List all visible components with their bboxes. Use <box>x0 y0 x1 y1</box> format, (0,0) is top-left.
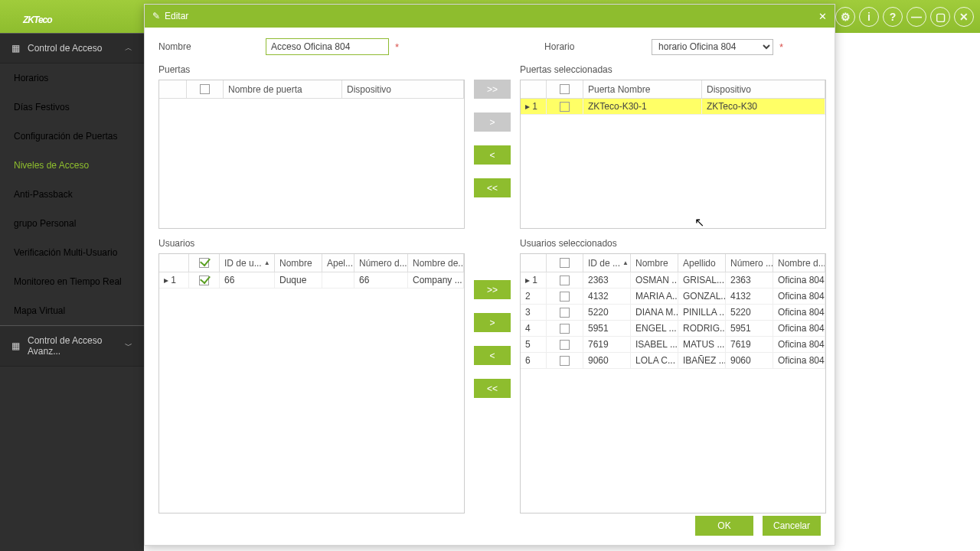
sidebar-item-dias[interactable]: Días Festivos <box>0 93 144 122</box>
checkbox[interactable] <box>200 84 210 94</box>
required-icon: * <box>395 41 399 53</box>
table-row[interactable]: 4 5951 ENGEL ... RODRIG... 5951 Oficina … <box>521 321 825 337</box>
nombre-input[interactable] <box>266 38 389 55</box>
close-app-icon[interactable]: ✕ <box>954 7 974 27</box>
checkbox[interactable] <box>560 276 570 285</box>
usuarios-sel-grid[interactable]: ID de ...▲ Nombre Apellido Número ... No… <box>520 253 826 514</box>
remove-door-button[interactable]: < <box>474 145 511 165</box>
sidebar-item-grupo[interactable]: grupo Personal <box>0 209 144 238</box>
checkbox[interactable] <box>560 324 570 334</box>
puertas-sel-grid[interactable]: Puerta Nombre Dispositivo ▸ 1 ZKTeco-K30… <box>520 80 826 229</box>
chevron-down-icon: ﹀ <box>125 341 132 351</box>
menu-icon: ▦ <box>11 43 20 54</box>
checkbox[interactable] <box>560 102 570 112</box>
sidebar-head-access[interactable]: ▦ Control de Acceso︿ <box>0 33 144 64</box>
puertas-label: Puertas <box>158 64 465 75</box>
info-icon[interactable]: i <box>859 7 879 27</box>
horario-label: Horario <box>544 41 652 52</box>
sidebar-item-horarios[interactable]: Horarios <box>0 64 144 93</box>
remove-all-users-button[interactable]: << <box>474 379 511 398</box>
settings-icon[interactable]: ⚙ <box>835 7 855 27</box>
add-user-button[interactable]: > <box>474 313 511 332</box>
puertas-grid[interactable]: Nombre de puerta Dispositivo <box>158 80 465 229</box>
usuarios-label: Usuarios <box>158 238 465 249</box>
remove-all-doors-button[interactable]: << <box>474 178 511 197</box>
minimize-icon[interactable]: — <box>906 7 926 27</box>
usuarios-grid[interactable]: ID de u...▲ Nombre Apel... Número d... N… <box>158 253 465 514</box>
cancel-button[interactable]: Cancelar <box>763 516 821 536</box>
sidebar-item-monitor[interactable]: Monitoreo en Tiempo Real <box>0 267 144 296</box>
edit-icon: ✎ <box>152 11 160 21</box>
table-row[interactable]: 2 4132 MARIA A... GONZAL... 4132 Oficina… <box>521 289 825 305</box>
checkbox[interactable] <box>560 340 570 350</box>
remove-user-button[interactable]: < <box>474 346 511 365</box>
sidebar-item-verif[interactable]: Verificación Multi-Usuario <box>0 238 144 267</box>
sidebar: ▦ Control de Acceso︿ Horarios Días Festi… <box>0 33 144 551</box>
sidebar-item-config[interactable]: Configuración de Puertas <box>0 122 144 151</box>
table-row[interactable]: 3 5220 DIANA M... PINILLA ... 5220 Ofici… <box>521 305 825 321</box>
checkbox[interactable] <box>560 356 570 366</box>
sidebar-item-mapa[interactable]: Mapa Virtual <box>0 296 144 325</box>
table-row[interactable]: ▸ 1 ZKTeco-K30-1 ZKTeco-K30 <box>521 99 825 115</box>
puertas-sel-label: Puertas seleccionadas <box>520 64 826 75</box>
table-row[interactable]: ▸ 1 2363 OSMAN ... GRISAL... 2363 Oficin… <box>521 272 825 289</box>
brand-logo: ZKTeco <box>23 5 52 28</box>
checkbox[interactable] <box>560 308 570 318</box>
dialog-title: Editar <box>165 11 188 21</box>
close-icon[interactable]: ✕ <box>818 11 827 22</box>
required-icon: * <box>779 41 783 53</box>
sidebar-head-advanced[interactable]: ▦ Control de Acceso Avanz...﹀ <box>0 325 144 367</box>
checkbox[interactable] <box>560 84 570 94</box>
usuarios-sel-label: Usuarios seleccionados <box>520 238 826 249</box>
checkbox[interactable] <box>560 258 570 268</box>
chevron-up-icon: ︿ <box>125 43 132 54</box>
sidebar-item-niveles[interactable]: Niveles de Acceso <box>0 151 144 180</box>
add-all-users-button[interactable]: >> <box>474 280 511 299</box>
table-row[interactable]: 5 7619 ISABEL ... MATUS ... 7619 Oficina… <box>521 337 825 353</box>
maximize-icon[interactable]: ▢ <box>930 7 950 27</box>
help-icon[interactable]: ? <box>883 7 903 27</box>
menu-icon: ▦ <box>11 341 20 351</box>
checkbox[interactable] <box>560 292 570 302</box>
table-row[interactable]: ▸ 1 66 Duque 66 Company ... <box>159 272 464 289</box>
table-row[interactable]: 6 9060 LOLA C... IBAÑEZ ... 9060 Oficina… <box>521 353 825 369</box>
ok-button[interactable]: OK <box>695 516 753 536</box>
add-all-doors-button[interactable]: >> <box>474 80 511 99</box>
sidebar-item-anti[interactable]: Anti-Passback <box>0 180 144 209</box>
checkbox[interactable] <box>199 276 209 285</box>
horario-select[interactable]: horario Oficina 804 <box>652 39 773 55</box>
nombre-label: Nombre <box>158 41 266 52</box>
checkbox[interactable] <box>199 258 209 268</box>
edit-dialog: ✎ Editar ✕ Nombre * Horario horario Ofic… <box>144 4 835 546</box>
add-door-button[interactable]: > <box>474 112 511 132</box>
